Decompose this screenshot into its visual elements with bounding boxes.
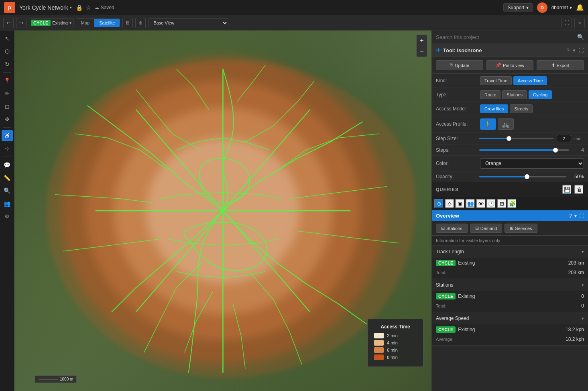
overview-tabs: ⊞ Stations ⊞ Demand ⊞ Services	[432, 221, 588, 236]
nav-right: Support ▾ D dbarrett ▾ 🔔	[503, 2, 584, 13]
color-row: Color: Orange	[432, 156, 588, 171]
opacity-thumb[interactable]	[525, 174, 529, 179]
node-tool-button[interactable]: ⊹	[2, 143, 13, 154]
overview-chevron-button[interactable]: ▾	[574, 213, 577, 219]
action-buttons: ↻ Update 📌 Pin to view ⬆ Export	[432, 57, 588, 74]
query-filter-puzzle-button[interactable]: 🧩	[507, 199, 517, 208]
map-type-map-button[interactable]: Map	[76, 19, 94, 27]
tab-stations-button[interactable]: ⊞ Stations	[436, 224, 468, 233]
move-tool-button[interactable]: ✥	[2, 114, 13, 125]
export-button[interactable]: ⬆ Export	[537, 60, 584, 70]
color-selector[interactable]: Orange	[480, 158, 584, 169]
queries-save-button[interactable]: 💾	[562, 185, 572, 194]
undo-button[interactable]: ↩	[3, 18, 14, 28]
user-group-tool-button[interactable]: 👥	[2, 198, 13, 209]
profile-cycle-button[interactable]: 🚲	[498, 118, 514, 130]
query-filter-circle-button[interactable]: ⊙	[434, 199, 444, 208]
query-filter-shape-button[interactable]: ◇	[445, 199, 454, 208]
star-icon[interactable]: ☆	[86, 4, 91, 11]
user-name[interactable]: dbarrett ▾	[551, 5, 572, 10]
legend-swatch-2	[374, 340, 384, 346]
access-profile-row: Access Profile: 🚶 🚲	[432, 116, 588, 132]
tab-services-button[interactable]: ⊞ Services	[505, 224, 537, 233]
avg-speed-chevron-icon: ▾	[582, 316, 584, 321]
tool-title: ✛ Tool: Isochrone	[436, 47, 482, 53]
shapes-tool-button[interactable]: ⬡	[2, 46, 13, 57]
select-tool-button[interactable]: ↖	[2, 33, 13, 44]
bell-icon[interactable]: 🔔	[576, 4, 584, 11]
stations-value: 0	[581, 293, 584, 299]
comment-tool-button[interactable]: 💬	[2, 159, 13, 171]
overview-actions: ? ▾ ⛶	[569, 213, 584, 219]
toolbar: ↩ ↪ CYCLE Existing ▾ Map Satellite 🖥 ⊕ B…	[0, 15, 588, 31]
support-button[interactable]: Support ▾	[503, 3, 533, 12]
type-stations-button[interactable]: Stations	[502, 90, 527, 99]
step-size-value[interactable]	[557, 135, 571, 142]
access-streets-button[interactable]: Streets	[510, 104, 533, 113]
query-filter-people-button[interactable]: 👥	[466, 199, 475, 208]
map-area[interactable]: + − Access Time 2 min 4 min 6 min 8 min	[14, 31, 431, 391]
query-filter-screen-button[interactable]: ▣	[455, 199, 465, 208]
pin-tool-button[interactable]: 📍	[2, 75, 13, 86]
eraser-tool-button[interactable]: ◻	[2, 101, 13, 112]
crosshair-button[interactable]: ⊕	[135, 18, 146, 28]
chevron-icon[interactable]: ▾	[573, 47, 576, 53]
zoom-out-button[interactable]: −	[416, 46, 427, 57]
search-input[interactable]	[436, 34, 575, 40]
avatar: D	[537, 2, 547, 13]
search-icon: 🔍	[577, 34, 584, 40]
project-name[interactable]: York Cycle Network ▾	[19, 4, 72, 11]
query-filter-clock-button[interactable]: 🕐	[486, 199, 496, 208]
screen-button[interactable]: 🖥	[122, 18, 133, 28]
avg-speed-header[interactable]: Average Speed ▾	[432, 312, 588, 324]
tab-demand-button[interactable]: ⊞ Demand	[470, 224, 503, 233]
step-size-thumb[interactable]	[507, 136, 511, 141]
overview-help-button[interactable]: ?	[569, 213, 572, 219]
access-crow-button[interactable]: Crow flies	[480, 104, 508, 113]
help-icon[interactable]: ?	[567, 47, 570, 53]
pen-tool-button[interactable]: ✏	[2, 88, 13, 99]
kind-travel-time-button[interactable]: Travel Time	[480, 76, 512, 85]
map-legend: Access Time 2 min 4 min 6 min 8 min	[367, 319, 423, 367]
avg-speed-row: CYCLE Existing 18.2 kph	[432, 324, 588, 335]
accessibility-tool-button[interactable]: ♿	[2, 130, 13, 141]
zoom-controls: + −	[416, 35, 427, 57]
query-filter-grid-button[interactable]: ⊞	[497, 199, 507, 208]
step-size-track[interactable]	[479, 138, 553, 139]
expand-icon[interactable]: ⛶	[579, 47, 584, 53]
tab-services-icon: ⊞	[510, 226, 513, 231]
search-tool-button[interactable]: 🔍	[2, 185, 13, 196]
avg-speed-cycle-tag: CYCLE	[436, 326, 456, 333]
avg-speed-row-name: Existing	[458, 327, 475, 332]
zoom-in-button[interactable]: +	[416, 35, 427, 46]
measure-tool-button[interactable]: 📏	[2, 172, 13, 183]
view-selector[interactable]: Base View	[148, 18, 228, 27]
redo-button[interactable]: ↪	[16, 18, 26, 28]
steps-thumb[interactable]	[553, 148, 558, 153]
steps-track[interactable]	[479, 149, 569, 151]
access-mode-row: Access Mode: Crow flies Streets	[432, 102, 588, 116]
kind-access-time-button[interactable]: Access Time	[513, 76, 547, 85]
tool-title-text: Tool: Isochrone	[443, 47, 482, 53]
track-length-header[interactable]: Track Length ▾	[432, 246, 588, 258]
overview-expand-button[interactable]: ⛶	[579, 213, 584, 219]
update-button[interactable]: ↻ Update	[436, 60, 483, 70]
legend-item-4: 8 min	[374, 354, 417, 360]
stations-header[interactable]: Stations ▾	[432, 279, 588, 291]
refresh-tool-button[interactable]: ↻	[2, 59, 13, 70]
fullscreen-button[interactable]: ⛶	[562, 18, 572, 28]
pin-to-view-button[interactable]: 📌 Pin to view	[486, 60, 534, 70]
track-length-total-value: 203 km	[568, 270, 584, 275]
queries-title: QUERIES	[436, 187, 459, 192]
cloud-icon: ☁	[94, 5, 99, 10]
queries-delete-button[interactable]: 🗑	[574, 185, 584, 194]
profile-walk-button[interactable]: 🚶	[480, 118, 496, 130]
query-filter-eye-button[interactable]: 👁	[476, 199, 486, 208]
type-route-button[interactable]: Route	[480, 90, 501, 99]
legend-label-4: 8 min	[387, 355, 398, 360]
map-type-satellite-button[interactable]: Satellite	[94, 19, 120, 27]
settings-tool-button[interactable]: ⚙	[2, 211, 13, 222]
type-cycling-button[interactable]: Cycling	[529, 90, 552, 99]
opacity-track[interactable]	[479, 176, 566, 177]
next-button[interactable]: »	[574, 18, 585, 28]
